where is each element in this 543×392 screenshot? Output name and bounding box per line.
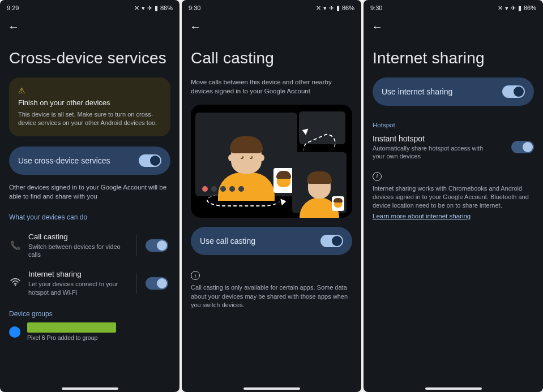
group-caption: Pixel 6 Pro added to group [27,334,170,341]
section-header: What your devices can do [9,213,170,221]
info-text: Call casting is only available for certa… [191,283,352,309]
svg-point-0 [15,285,16,286]
nav-bar[interactable] [364,384,543,392]
status-bar: 9:30 ✕ ▾ ✈ ▮ 86% [364,0,543,16]
clock: 9:30 [370,5,382,11]
warning-icon: ⚠ [18,86,25,95]
warning-title: Finish on your other devices [18,98,161,107]
call-casting-toggle-row[interactable]: Use call casting [191,227,352,255]
clock: 9:30 [189,5,200,11]
battery-percent: 86% [524,5,536,11]
status-bar: 9:30 ✕ ▾ ✈ ▮ 86% [182,0,361,16]
toggle-label: Use call casting [200,236,255,245]
screen-internet-sharing: 9:30 ✕ ▾ ✈ ▮ 86% ← Internet sharing Use … [364,0,543,392]
call-casting-switch[interactable] [146,239,168,252]
internet-sharing-switch[interactable] [502,85,525,98]
feature-internet-sharing[interactable]: Internet sharing Let your devices connec… [9,264,170,302]
device-group-row[interactable]: Pixel 6 Pro added to group [9,322,170,341]
battery-icon: ▮ [336,5,340,12]
toggle-label: Use cross-device services [18,156,110,165]
feature-title: Internet sharing [28,270,125,278]
device-groups-header: Device groups [9,310,170,318]
call-casting-illustration [191,105,352,218]
call-casting-icon: 📞 [9,240,22,251]
airplane-icon: ✈ [511,5,516,12]
page-title: Call casting [191,49,352,67]
status-icons: ✕ ▾ ✈ ▮ 86% [498,5,536,12]
page-subtitle: Move calls between this device and other… [191,77,352,96]
status-icons: ✕ ▾ ✈ ▮ 86% [134,5,173,12]
info-icon: i [191,271,200,280]
battery-percent: 86% [160,5,173,11]
hotspot-section-header: Hotspot [373,122,534,128]
battery-icon: ▮ [155,5,158,12]
feature-subtitle: Let your devices connect to your hotspot… [28,280,125,296]
feature-call-casting[interactable]: 📞 Call casting Switch between devices fo… [9,227,170,265]
status-bar: 9:29 ✕ ▾ ✈ ▮ 86% [0,0,179,16]
wifi-icon: ▾ [505,5,508,12]
cross-device-toggle-row[interactable]: Use cross-device services [9,147,170,175]
screen-call-casting: 9:30 ✕ ▾ ✈ ▮ 86% ← Call casting Move cal… [182,0,361,392]
clock: 9:29 [7,5,19,11]
battery-icon: ▮ [518,5,521,12]
warning-card: ⚠ Finish on your other devices This devi… [9,77,170,136]
learn-more-link[interactable]: Learn more about internet sharing [373,213,534,219]
page-title: Cross-device services [9,49,170,67]
screen-cross-device-services: 9:29 ✕ ▾ ✈ ▮ 86% ← Cross-device services… [0,0,179,392]
info-text: Internet sharing works with Chromebooks … [373,184,534,210]
vibrate-icon: ✕ [498,5,503,12]
feature-subtitle: Switch between devices for video calls [28,243,125,259]
redacted-group-name [27,322,116,333]
airplane-icon: ✈ [147,5,152,12]
call-casting-switch[interactable] [320,235,343,247]
info-icon: i [373,172,382,181]
back-button[interactable]: ← [8,20,19,33]
wifi-icon: ▾ [142,5,145,12]
airplane-icon: ✈ [329,5,334,12]
divider [136,273,136,294]
helper-text: Other devices signed in to your Google A… [9,183,170,201]
status-icons: ✕ ▾ ✈ ▮ 86% [316,5,354,12]
vibrate-icon: ✕ [316,5,321,12]
back-button[interactable]: ← [371,20,383,33]
divider [136,235,136,256]
cross-device-switch[interactable] [139,154,161,167]
page-title: Internet sharing [373,49,534,67]
internet-sharing-toggle-row[interactable]: Use internet sharing [373,77,534,106]
instant-hotspot-title: Instant hotspot [373,134,504,143]
vibrate-icon: ✕ [134,5,139,12]
instant-hotspot-switch[interactable] [511,141,534,153]
back-button[interactable]: ← [190,20,201,33]
internet-sharing-switch[interactable] [146,277,168,290]
instant-hotspot-subtitle: Automatically share hotspot access with … [373,144,486,161]
wifi-icon: ▾ [323,5,327,12]
nav-bar[interactable] [182,384,361,392]
battery-percent: 86% [342,5,354,11]
feature-title: Call casting [28,232,125,241]
warning-text: This device is all set. Make sure to tur… [18,110,161,127]
instant-hotspot-row[interactable]: Instant hotspot Automatically share hots… [373,134,534,161]
nav-bar[interactable] [0,384,179,392]
toggle-label: Use internet sharing [382,87,452,96]
device-avatar [9,326,20,338]
wifi-icon [9,278,22,288]
